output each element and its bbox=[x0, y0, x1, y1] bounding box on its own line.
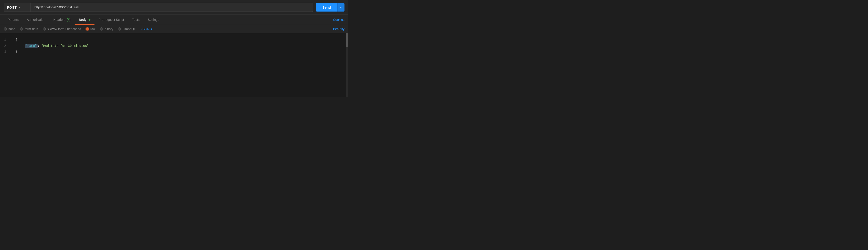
radio-urlencoded[interactable]: x-www-form-urlencoded bbox=[43, 27, 81, 31]
code-line-3: } bbox=[16, 49, 344, 55]
radio-none[interactable]: none bbox=[4, 27, 16, 31]
send-button[interactable]: Send bbox=[316, 3, 337, 11]
line-numbers: 1 2 3 bbox=[0, 33, 11, 96]
code-editor: 1 2 3 { ····"name": "Meditate for 30 min… bbox=[0, 33, 348, 96]
json-key-name: "name" bbox=[25, 44, 37, 48]
line-number-2: 2 bbox=[4, 43, 6, 49]
open-brace: { bbox=[16, 38, 17, 41]
radio-urlencoded-circle bbox=[43, 27, 46, 31]
radio-form-data-label: form-data bbox=[25, 27, 38, 31]
send-chevron-button[interactable]: ▾ bbox=[337, 3, 344, 11]
body-active-dot bbox=[89, 19, 90, 21]
radio-binary[interactable]: binary bbox=[100, 27, 113, 31]
radio-form-data[interactable]: form-data bbox=[20, 27, 38, 31]
radio-graphql-label: GraphQL bbox=[123, 27, 135, 31]
tab-prerequest[interactable]: Pre-request Script bbox=[94, 15, 128, 25]
indent-dots: ···· bbox=[16, 44, 25, 48]
tab-authorization[interactable]: Authorization bbox=[23, 15, 49, 25]
json-value-name: "Meditate for 30 minutes" bbox=[41, 44, 89, 48]
tab-tests[interactable]: Tests bbox=[128, 15, 144, 25]
radio-graphql[interactable]: GraphQL bbox=[118, 27, 135, 31]
method-chevron-icon: ▾ bbox=[19, 6, 20, 9]
json-chevron-icon: ▾ bbox=[151, 27, 152, 31]
code-line-2: ····"name": "Meditate for 30 minutes" bbox=[16, 43, 344, 49]
headers-badge: (8) bbox=[67, 18, 70, 22]
tab-headers[interactable]: Headers (8) bbox=[49, 15, 74, 25]
code-line-1: { bbox=[16, 37, 344, 43]
scrollbar-thumb[interactable] bbox=[346, 33, 348, 47]
radio-binary-label: binary bbox=[105, 27, 113, 31]
close-brace: } bbox=[16, 50, 17, 54]
url-input[interactable] bbox=[34, 5, 309, 9]
radio-graphql-circle bbox=[118, 27, 121, 31]
code-content[interactable]: { ····"name": "Meditate for 30 minutes" … bbox=[11, 33, 348, 96]
app-container: POST ▾ Send ▾ Params Authorization Heade… bbox=[0, 0, 348, 96]
json-colon: : bbox=[37, 44, 41, 48]
send-button-group: Send ▾ bbox=[316, 3, 344, 11]
radio-none-label: none bbox=[8, 27, 16, 31]
scrollbar-track[interactable] bbox=[346, 33, 348, 96]
method-select[interactable]: POST ▾ bbox=[4, 3, 31, 12]
radio-form-data-circle bbox=[20, 27, 23, 31]
radio-raw[interactable]: raw bbox=[86, 27, 96, 31]
radio-none-circle bbox=[4, 27, 7, 31]
radio-raw-circle bbox=[86, 27, 89, 31]
beautify-button[interactable]: Beautify bbox=[333, 27, 344, 31]
body-type-bar: none form-data x-www-form-urlencoded raw… bbox=[0, 25, 348, 33]
tab-settings[interactable]: Settings bbox=[144, 15, 163, 25]
json-format-label: JSON bbox=[141, 27, 149, 31]
radio-raw-label: raw bbox=[90, 27, 96, 31]
json-format-dropdown[interactable]: JSON ▾ bbox=[141, 27, 152, 31]
tab-body[interactable]: Body bbox=[74, 15, 94, 25]
radio-binary-circle bbox=[100, 27, 103, 31]
cookies-link[interactable]: Cookies bbox=[333, 15, 344, 25]
line-number-3: 3 bbox=[4, 49, 6, 55]
top-bar: POST ▾ Send ▾ bbox=[0, 0, 348, 15]
line-number-1: 1 bbox=[4, 37, 6, 43]
tab-params[interactable]: Params bbox=[4, 15, 23, 25]
radio-urlencoded-label: x-www-form-urlencoded bbox=[48, 27, 81, 31]
url-input-wrapper[interactable] bbox=[31, 3, 313, 12]
tab-bar: Params Authorization Headers (8) Body Pr… bbox=[0, 15, 348, 25]
method-label: POST bbox=[7, 5, 17, 9]
